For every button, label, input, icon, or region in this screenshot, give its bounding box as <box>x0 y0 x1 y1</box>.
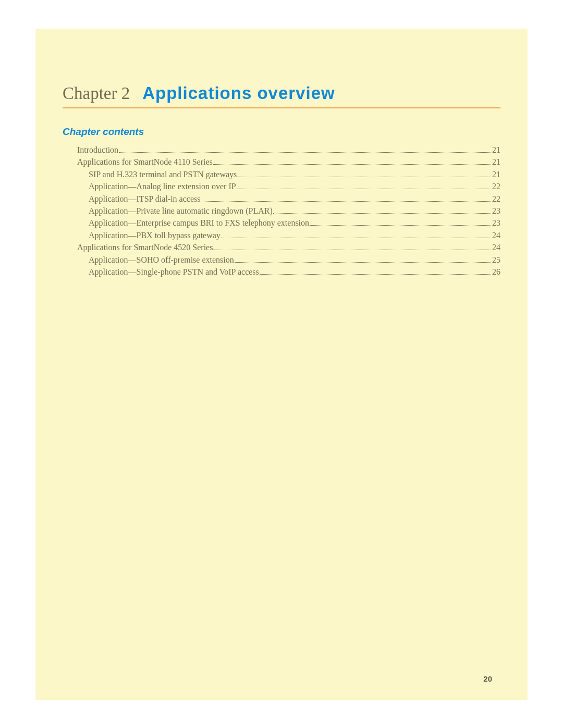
toc-entry-label: Application—Private line automatic ringd… <box>89 205 273 217</box>
toc-entry-page: 22 <box>492 181 500 192</box>
toc-entry-label: Introduction <box>77 144 118 156</box>
toc-entry-page: 21 <box>492 144 500 156</box>
chapter-heading: Chapter 2 Applications overview <box>63 83 500 108</box>
toc-leader-dots <box>213 250 491 250</box>
chapter-title: Applications overview <box>142 83 335 103</box>
toc-entry-page: 23 <box>492 205 500 217</box>
toc-leader-dots <box>221 238 491 238</box>
page-number: 20 <box>483 674 492 683</box>
toc-entry[interactable]: Application—PBX toll bypass gateway 24 <box>63 230 500 241</box>
toc-entry-label: Application—ITSP dial-in access <box>89 193 200 205</box>
toc-leader-dots <box>273 213 491 214</box>
toc-leader-dots <box>310 225 491 226</box>
chapter-label: Chapter 2 <box>63 84 130 103</box>
toc-entry[interactable]: Application—Private line automatic ringd… <box>63 205 500 217</box>
toc-entry-page: 24 <box>492 242 500 253</box>
toc-entry[interactable]: SIP and H.323 terminal and PSTN gateways… <box>63 169 500 180</box>
toc-entry[interactable]: Application—Analog line extension over I… <box>63 181 500 192</box>
toc-entry[interactable]: Applications for SmartNode 4110 Series 2… <box>63 156 500 168</box>
toc-entry-label: Applications for SmartNode 4520 Series <box>77 242 213 253</box>
toc-entry-page: 24 <box>492 230 500 241</box>
toc-entry[interactable]: Application—ITSP dial-in access 22 <box>63 193 500 205</box>
toc-leader-dots <box>213 164 491 165</box>
toc-leader-dots <box>119 152 491 153</box>
toc-entry-label: Application—Analog line extension over I… <box>89 181 236 192</box>
toc-entry-page: 23 <box>492 217 500 229</box>
contents-heading: Chapter contents <box>63 126 500 138</box>
toc-entry[interactable]: Application—Single-phone PSTN and VoIP a… <box>63 266 500 278</box>
toc-leader-dots <box>237 177 491 177</box>
toc-leader-dots <box>237 189 491 189</box>
toc-entry-label: Application—Enterprise campus BRI to FXS… <box>89 217 309 229</box>
document-page: Chapter 2 Applications overview Chapter … <box>35 29 528 700</box>
toc-entry-label: Applications for SmartNode 4110 Series <box>77 156 213 168</box>
toc-entry-page: 25 <box>492 254 500 266</box>
toc-entry-label: Application—Single-phone PSTN and VoIP a… <box>89 266 259 278</box>
toc-entry-page: 22 <box>492 193 500 205</box>
toc-leader-dots <box>260 274 491 275</box>
toc-entry[interactable]: Application—SOHO off-premise extension 2… <box>63 254 500 266</box>
toc-entry[interactable]: Introduction21 <box>63 144 500 156</box>
toc-entry-label: Application—PBX toll bypass gateway <box>89 230 221 241</box>
toc-entry[interactable]: Application—Enterprise campus BRI to FXS… <box>63 217 500 229</box>
table-of-contents: Introduction21Applications for SmartNode… <box>63 144 500 278</box>
toc-entry[interactable]: Applications for SmartNode 4520 Series 2… <box>63 242 500 253</box>
toc-entry-label: SIP and H.323 terminal and PSTN gateways <box>89 169 237 180</box>
toc-entry-page: 21 <box>492 169 500 180</box>
toc-leader-dots <box>235 262 491 263</box>
toc-leader-dots <box>201 201 491 202</box>
toc-entry-page: 21 <box>492 156 500 168</box>
toc-entry-page: 26 <box>492 266 500 278</box>
toc-entry-label: Application—SOHO off-premise extension <box>89 254 234 266</box>
